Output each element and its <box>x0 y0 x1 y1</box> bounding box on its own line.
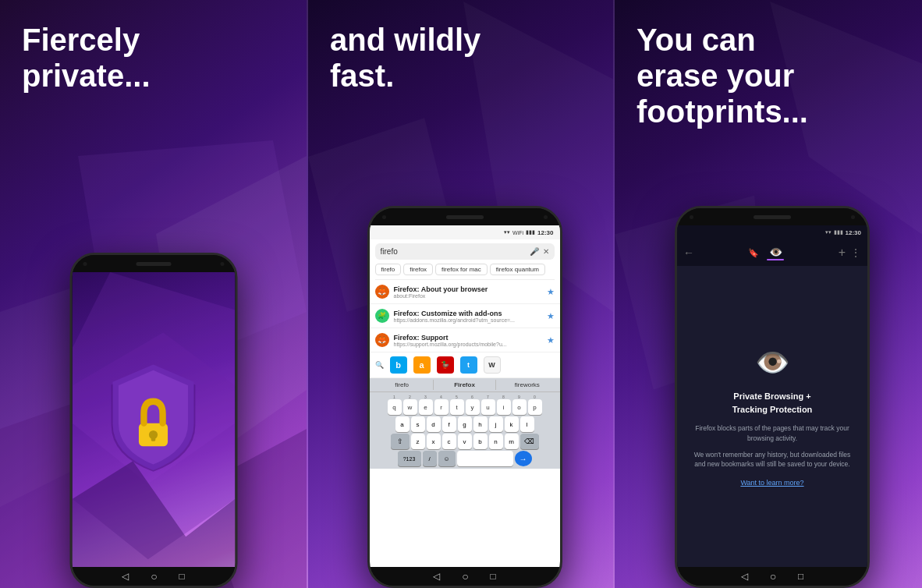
result-title-1: Firefox: About your browser <box>394 285 542 293</box>
browser-back-icon[interactable]: ← <box>683 246 694 259</box>
result-url-3: https://support.mozilla.org/products/mob… <box>394 342 542 347</box>
mic-icon: 🎤 <box>530 247 539 256</box>
more-options-icon[interactable]: ⋮ <box>850 246 861 259</box>
keyboard-suggest-3[interactable]: fireworks <box>498 380 556 390</box>
result-item-1[interactable]: 🦊 Firefox: About your browser about:Fire… <box>370 280 560 304</box>
result-title-2: Firefox: Customize with add-ons <box>394 310 542 317</box>
keyboard-suggest-2[interactable]: Firefox <box>435 380 494 390</box>
search-query: firefo <box>381 247 526 256</box>
private-mode-icon[interactable]: 👁️ <box>769 246 782 258</box>
private-mode-large-icon: 👁️ <box>755 346 790 379</box>
new-tab-icon[interactable]: + <box>839 246 846 260</box>
panel-3-heading: You can erase your footprints... <box>637 22 900 129</box>
suggestion-chip[interactable]: firefox quantum <box>490 264 545 275</box>
result-title-3: Firefox: Support <box>394 334 542 342</box>
private-browsing-title: Private Browsing + Tracking Protection <box>732 390 813 416</box>
close-search-icon[interactable]: ✕ <box>543 247 549 256</box>
keyboard-suggest-1[interactable]: firefo <box>373 380 431 390</box>
panel-erase-footprints: You can erase your footprints... ▾▾ ▮▮▮ … <box>613 0 922 588</box>
result-url-1: about:Firefox <box>394 293 542 299</box>
suggestion-chip[interactable]: firefo <box>375 264 402 275</box>
shield-icon <box>103 361 204 478</box>
panel-1-heading: Fiercely private... <box>22 22 285 94</box>
phone-2-time: 12:30 <box>537 229 553 236</box>
phone-1-frame: ◁ ○ □ <box>69 253 237 588</box>
private-browsing-desc1: Firefox blocks parts of the pages that m… <box>691 423 853 444</box>
phone-2-frame: ▾▾ WiFi ▮▮▮ 12:30 firefo 🎤 ✕ firefo fire… <box>367 206 562 588</box>
svg-rect-10 <box>151 435 156 441</box>
phone-3-frame: ▾▾ ▮▮▮ 12:30 ← 🔖 👁️ + ⋮ <box>675 206 870 588</box>
panel-wildly-fast: and wildly fast. ▾▾ WiFi ▮▮▮ 12:30 <box>307 0 613 588</box>
suggestion-chip[interactable]: firefox for mac <box>435 264 488 275</box>
private-browsing-desc2: We won't remember any history, but downl… <box>691 450 853 470</box>
panel-fiercely-private: Fiercely private... <box>0 0 307 588</box>
result-url-2: https://addons.mozilla.org/android?utm_s… <box>394 317 542 323</box>
learn-more-link[interactable]: Want to learn more? <box>740 479 803 487</box>
suggestion-chip[interactable]: firefox <box>403 264 433 275</box>
bookmark-icon[interactable]: 🔖 <box>748 248 759 258</box>
result-item-3[interactable]: 🦊 Firefox: Support https://support.mozil… <box>370 328 560 352</box>
result-item-2[interactable]: 🧩 Firefox: Customize with add-ons https:… <box>370 304 560 328</box>
phone-3-time: 12:30 <box>846 229 861 236</box>
panel-2-heading: and wildly fast. <box>330 22 591 94</box>
